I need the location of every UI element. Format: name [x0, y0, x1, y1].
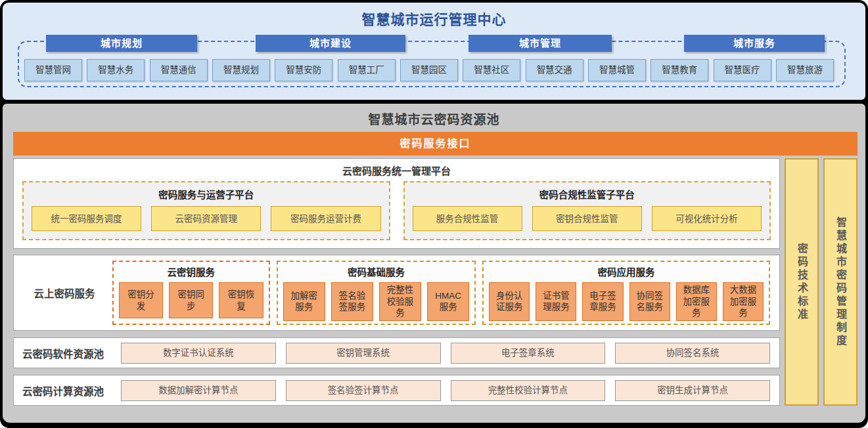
service-operation-subplatform: 密码服务与运营子平台 统一密码服务调度 云密码资源管理 密码服务运营计费	[22, 181, 390, 240]
diagram-frame: 智慧城市运行管理中心 城市规划 城市建设 城市管理 城市服务 智慧管网 智慧水务…	[0, 0, 868, 428]
group-items: 加解密服务 签名验签服务 完整性校验服务 HMAC服务	[283, 282, 470, 321]
crypto-tech-standards-bar: 密码技术标准	[785, 158, 819, 406]
crypto-basic-service-group: 密码基础服务 加解密服务 签名验签服务 完整性校验服务 HMAC服务	[277, 261, 476, 325]
app-box-park: 智慧园区	[400, 59, 458, 81]
item-e-seal: 电子签章服务	[582, 282, 623, 321]
service-groups: 云密钥服务 密钥分发 密钥同步 密钥恢复 密码基础服务 加解密服务	[112, 261, 770, 325]
app-box-traffic: 智慧交通	[526, 59, 583, 81]
item-cert-management: 证书管理服务	[536, 282, 576, 321]
item-service-compliance: 服务合规性监管	[413, 206, 522, 231]
item-sign-verify-compute-node: 签名验签计算节点	[286, 380, 441, 401]
item-integrity-compute-node: 完整性校验计算节点	[451, 380, 606, 401]
category-bar-planning: 城市规划	[46, 35, 197, 52]
app-box-planning: 智慧规划	[212, 59, 270, 81]
app-box-tourism: 智慧旅游	[776, 59, 834, 81]
cloud-crypto-services-panel: 云上密码服务 云密钥服务 密钥分发 密钥同步 密钥恢复 密码基础服务	[13, 255, 780, 331]
app-box-water: 智慧水务	[87, 59, 145, 81]
software-resource-pool: 云密码软件资源池 数字证书认证系统 密钥管理系统 电子签章系统 协同签名系统	[13, 337, 780, 368]
subplatform-items: 服务合规性监管 密钥合规性监管 可视化统计分析	[413, 206, 762, 231]
crypto-basic-service-title: 密码基础服务	[283, 265, 470, 278]
item-integrity-check: 完整性校验服务	[379, 282, 421, 321]
item-database-encryption: 数据库加密服务	[676, 282, 717, 321]
compute-resource-pool-label: 云密码计算资源池	[15, 383, 111, 398]
item-encrypt-decrypt: 加解密服务	[283, 282, 325, 321]
app-box-row: 智慧管网 智慧水务 智慧通信 智慧规划 智慧安防 智慧工厂 智慧园区 智慧社区 …	[24, 59, 834, 81]
cloud-key-service-title: 云密钥服务	[119, 265, 263, 278]
crypto-pool-panel: 智慧城市云密码资源池 密码服务接口 云密码服务统一管理平台 密码服务与运营子平台…	[3, 104, 865, 423]
pool-title: 智慧城市云密码资源池	[3, 104, 865, 127]
crypto-application-service-group: 密码应用服务 身份认证服务 证书管理服务 电子签章服务 协同签名服务 数据库加密…	[482, 261, 770, 325]
item-unified-scheduling: 统一密码服务调度	[32, 206, 141, 231]
unified-management-platform: 云密码服务统一管理平台 密码服务与运营子平台 统一密码服务调度 云密码资源管理 …	[13, 158, 780, 249]
group-items: 身份认证服务 证书管理服务 电子签章服务 协同签名服务 数据库加密服务 大数据加…	[489, 282, 764, 321]
app-box-education: 智慧教育	[651, 59, 708, 81]
compute-resource-pool: 云密码计算资源池 数据加解密计算节点 签名验签计算节点 完整性校验计算节点 密钥…	[13, 375, 780, 406]
item-resource-management: 云密码资源管理	[151, 206, 261, 231]
app-box-factory: 智慧工厂	[338, 59, 396, 81]
item-encrypt-compute-node: 数据加解密计算节点	[121, 380, 276, 401]
app-box-medical: 智慧医疗	[714, 59, 771, 81]
cloud-key-service-group: 云密钥服务 密钥分发 密钥同步 密钥恢复	[112, 261, 270, 325]
app-box-community: 智慧社区	[463, 59, 520, 81]
item-bigdata-encryption: 大数据加密服务	[723, 282, 764, 321]
item-key-management-system: 密钥管理系统	[286, 343, 441, 364]
crypto-service-interface-bar: 密码服务接口	[13, 132, 857, 156]
crypto-application-service-title: 密码应用服务	[489, 265, 764, 278]
unified-management-platform-title: 云密码服务统一管理平台	[14, 163, 779, 177]
top-title: 智慧城市运行管理中心	[3, 3, 865, 28]
pool-content: 云密码服务统一管理平台 密码服务与运营子平台 统一密码服务调度 云密码资源管理 …	[13, 158, 857, 406]
item-key-distribution: 密钥分发	[119, 282, 163, 318]
item-collaborative-sign-system: 协同签名系统	[615, 343, 770, 364]
item-key-recovery: 密钥恢复	[219, 282, 263, 318]
item-keygen-compute-node: 密钥生成计算节点	[615, 380, 770, 401]
item-digital-cert-system: 数字证书认证系统	[121, 343, 276, 364]
service-operation-subplatform-title: 密码服务与运营子平台	[32, 187, 381, 201]
category-bar-service: 城市服务	[684, 35, 825, 52]
item-key-sync: 密钥同步	[169, 282, 213, 318]
category-bar-management: 城市管理	[468, 35, 612, 52]
item-visual-statistics: 可视化统计分析	[652, 206, 762, 231]
crypto-management-regulations-bar: 智慧城市密码管理制度	[823, 158, 857, 406]
subplatform-items: 统一密码服务调度 云密码资源管理 密码服务运营计费	[32, 206, 381, 231]
item-key-compliance: 密钥合规性监管	[532, 206, 642, 231]
item-sign-verify: 签名验签服务	[331, 282, 373, 321]
software-resource-pool-label: 云密码软件资源池	[15, 346, 111, 360]
pool-main-column: 云密码服务统一管理平台 密码服务与运营子平台 统一密码服务调度 云密码资源管理 …	[13, 158, 780, 406]
item-operation-billing: 密码服务运营计费	[271, 206, 380, 231]
app-box-security: 智慧安防	[275, 59, 332, 81]
item-e-seal-system: 电子签章系统	[451, 343, 606, 364]
item-hmac: HMAC服务	[427, 282, 469, 321]
compliance-supervision-subplatform: 密码合规性监管子平台 服务合规性监管 密钥合规性监管 可视化统计分析	[403, 181, 771, 240]
cloud-crypto-services-label: 云上密码服务	[16, 286, 112, 300]
group-items: 密钥分发 密钥同步 密钥恢复	[119, 282, 263, 318]
app-box-urban-mgmt: 智慧城管	[588, 59, 646, 81]
city-operation-panel: 智慧城市运行管理中心 城市规划 城市建设 城市管理 城市服务 智慧管网 智慧水务…	[3, 3, 865, 100]
item-identity-auth: 身份认证服务	[489, 282, 530, 321]
app-box-telecom: 智慧通信	[150, 59, 208, 81]
category-bar-construction: 城市建设	[256, 35, 405, 52]
subplatform-row: 密码服务与运营子平台 统一密码服务调度 云密码资源管理 密码服务运营计费 密码合…	[22, 181, 771, 240]
item-collaborative-sign: 协同签名服务	[629, 282, 670, 321]
compliance-supervision-subplatform-title: 密码合规性监管子平台	[413, 187, 762, 201]
app-box-pipeline: 智慧管网	[24, 59, 82, 81]
